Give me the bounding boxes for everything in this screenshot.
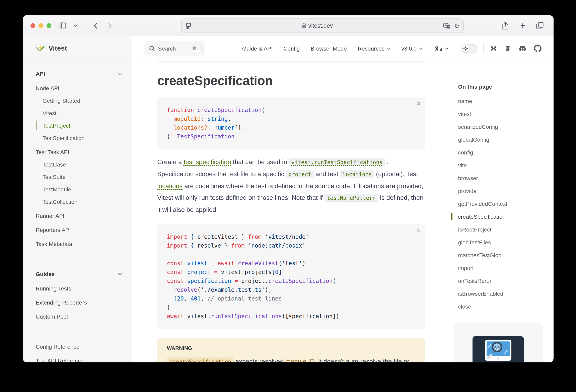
tab-group-chevron-button[interactable]	[70, 20, 81, 31]
chevron-down-icon	[386, 47, 390, 50]
sidebar-item-config-reference[interactable]: Config Reference	[36, 340, 122, 353]
tab-overview-button[interactable]	[535, 20, 545, 31]
search-button[interactable]: Search ⌘K	[144, 41, 205, 56]
sidebar-item-reporters-api[interactable]: Reporters API	[36, 223, 122, 236]
site-title: Vitest	[49, 44, 67, 52]
reload-icon[interactable]: ↻	[454, 23, 459, 29]
sidebar: APINode APIGetting StartedVitestTestProj…	[23, 61, 132, 362]
code-lang-badge: ts	[417, 100, 420, 106]
sidebar-item-testsuite[interactable]: TestSuite	[36, 171, 122, 183]
sidebar-item-testproject[interactable]: TestProject	[36, 119, 122, 132]
toc-item-globtestfiles[interactable]: globTestFiles	[458, 236, 552, 249]
toc-item-isrootproject[interactable]: isRootProject	[458, 223, 552, 236]
sidebar-toggle-button[interactable]	[57, 20, 67, 31]
sidebar-item-runner-api[interactable]: Runner API	[36, 210, 122, 222]
toc-item-vitest[interactable]: vitest	[458, 108, 552, 120]
chevron-down-icon	[419, 47, 423, 50]
toc-item-name[interactable]: name	[458, 95, 552, 108]
toc-item-browser[interactable]: browser	[458, 172, 552, 184]
safari-window: vitest.dev A 文 ↻	[23, 15, 553, 362]
minimize-window-button[interactable]	[38, 23, 43, 28]
code-content: import { createVitest } from 'vitest/nod…	[167, 232, 416, 321]
mastodon-icon	[505, 45, 511, 52]
chevron-down-icon	[118, 73, 122, 75]
sidebar-item-node-api[interactable]: Node API	[36, 82, 122, 94]
sidebar-item-running-tests[interactable]: Running Tests	[36, 282, 122, 295]
page-title: createSpecification	[157, 73, 425, 89]
nav-link-browser-mode[interactable]: Browser Mode	[311, 45, 347, 52]
toc-item-import[interactable]: import	[458, 262, 552, 274]
nav-link-guide-api[interactable]: Guide & API	[242, 45, 273, 52]
sidebar-item-extending-reporters[interactable]: Extending Reporters	[36, 296, 122, 308]
doc-link-module-id[interactable]: module ID	[285, 358, 315, 362]
discord-link[interactable]	[519, 45, 527, 52]
sidebar-item-vitest[interactable]: Vitest	[36, 107, 122, 119]
toc-item-createspecification[interactable]: createSpecification	[458, 210, 552, 223]
code-content: function createSpecification( moduleId: …	[167, 106, 416, 141]
site-brand[interactable]: Vitest	[23, 36, 132, 60]
sidebar-item-task-metadata[interactable]: Task Metadata	[36, 238, 122, 250]
forward-button[interactable]	[105, 20, 115, 31]
zoom-window-button[interactable]	[47, 23, 51, 28]
sidebar-panel-icon	[58, 23, 66, 29]
toc-item-globalconfig[interactable]: globalConfig	[458, 133, 552, 146]
doc-paragraph: Create a test specification that can be …	[157, 156, 425, 215]
monitor-illustration: </>	[485, 340, 511, 361]
reader-view-icon	[186, 23, 191, 29]
doc-link-test-specification[interactable]: test specification	[184, 158, 231, 165]
doc-link-locations[interactable]: locations	[157, 182, 182, 189]
doc-link-testnamepattern[interactable]: testNamePattern	[324, 194, 378, 202]
search-icon	[149, 46, 155, 51]
sidebar-item-test-api-reference[interactable]: Test API Reference	[36, 354, 122, 362]
toc-item-close[interactable]: close	[458, 300, 552, 313]
code-block-example: ts import { createVitest } from 'vitest/…	[157, 224, 425, 329]
toc-item-config[interactable]: config	[458, 146, 552, 159]
toc-item-matchestestglob[interactable]: matchesTestGlob	[458, 249, 552, 262]
sidebar-item-testcollection[interactable]: TestCollection	[36, 195, 122, 208]
toc-item-vite[interactable]: vite	[458, 159, 552, 172]
close-window-button[interactable]	[30, 23, 35, 28]
svg-text:A: A	[445, 24, 447, 27]
theme-toggle[interactable]	[461, 44, 477, 53]
sidebar-item-test-task-api[interactable]: Test Task API	[36, 146, 122, 158]
bluesky-link[interactable]	[490, 45, 497, 52]
nav-link-resources[interactable]: Resources	[358, 45, 390, 52]
toc-item-provide[interactable]: provide	[458, 184, 552, 197]
sun-icon	[463, 46, 468, 51]
new-tab-button[interactable]: +	[518, 20, 528, 31]
sidebar-item-getting-started[interactable]: Getting Started	[36, 94, 122, 107]
doc-text: Create a	[157, 158, 184, 165]
nav-link-config[interactable]: Config	[284, 45, 300, 52]
sponsor-card[interactable]: </>	[454, 323, 543, 362]
back-button[interactable]	[90, 20, 101, 31]
chevron-right-icon	[108, 22, 112, 29]
nav-link-v3-0-0[interactable]: v3.0.0	[401, 45, 423, 52]
tabs-icon	[536, 22, 544, 29]
bluesky-icon	[490, 45, 497, 52]
mastodon-link[interactable]	[505, 45, 511, 52]
warning-text: createSpecification expects resolved mod…	[167, 356, 416, 362]
github-link[interactable]	[534, 45, 542, 52]
sidebar-item-testcase[interactable]: TestCase	[36, 158, 122, 171]
navbar: Search ⌘K Guide & APIConfigBrowser ModeR…	[132, 36, 553, 60]
divider	[455, 44, 455, 53]
address-bar[interactable]: vitest.dev A 文 ↻	[181, 18, 464, 33]
discord-icon	[519, 45, 527, 52]
sidebar-item-api[interactable]: API	[36, 67, 122, 80]
toc-item-isbrowserenabled[interactable]: isBrowserEnabled	[458, 287, 552, 300]
doc-link-vitest-runtestspecifications[interactable]: vitest.runTestSpecifications	[289, 158, 385, 166]
doc-text: project	[286, 170, 314, 178]
doc-column: createSpecification ts function createSp…	[157, 61, 425, 362]
sidebar-item-testspecification[interactable]: TestSpecification	[36, 132, 122, 144]
sidebar-item-custom-pool[interactable]: Custom Pool	[36, 310, 122, 323]
sidebar-item-testmodule[interactable]: TestModule	[36, 183, 122, 195]
monitor-stand-dot	[497, 358, 499, 360]
toc-item-getprovidedcontext[interactable]: getProvidedContext	[458, 197, 552, 210]
toc-item-serializedconfig[interactable]: serializedConfig	[458, 120, 552, 133]
sidebar-item-guides[interactable]: Guides	[36, 268, 122, 280]
url-text-wrap: vitest.dev	[191, 23, 443, 29]
toc-item-ontestsrerun[interactable]: onTestsRerun	[458, 274, 552, 287]
language-menu[interactable]: x̄A	[435, 45, 449, 52]
translate-icon[interactable]: A 文	[443, 23, 451, 29]
share-button[interactable]	[500, 20, 511, 31]
